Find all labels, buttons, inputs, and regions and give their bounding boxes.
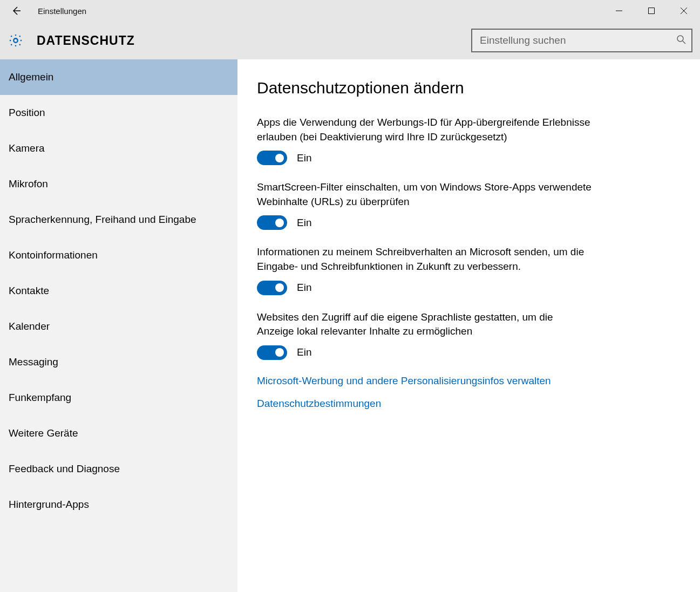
setting-block: Websites den Zugriff auf die eigene Spra…	[257, 310, 592, 360]
sidebar-item-label: Mikrofon	[9, 178, 48, 190]
sidebar-item[interactable]: Weitere Geräte	[0, 416, 237, 451]
sidebar-item-label: Kalender	[9, 321, 50, 332]
content-pane: Datenschutzoptionen ändern Apps die Verw…	[237, 59, 700, 592]
sidebar-item[interactable]: Kontakte	[0, 273, 237, 309]
search-box[interactable]	[471, 29, 692, 52]
close-button[interactable]	[668, 0, 700, 22]
toggle-switch[interactable]	[257, 215, 287, 230]
content-link[interactable]: Datenschutzbestimmungen	[257, 398, 681, 410]
sidebar: AllgemeinPositionKameraMikrofonSpracherk…	[0, 59, 237, 592]
search-icon	[676, 35, 686, 46]
content-title: Datenschutzoptionen ändern	[257, 79, 681, 97]
toggle-state-label: Ein	[297, 282, 311, 294]
setting-block: Apps die Verwendung der Werbungs-ID für …	[257, 115, 592, 165]
sidebar-item-label: Messaging	[9, 356, 58, 368]
minimize-button[interactable]	[603, 0, 635, 22]
sidebar-item[interactable]: Mikrofon	[0, 166, 237, 202]
content-link[interactable]: Microsoft-Werbung und andere Personalisi…	[257, 375, 681, 387]
toggle-row: Ein	[257, 151, 592, 165]
sidebar-item-label: Spracherkennung, Freihand und Eingabe	[9, 214, 196, 226]
sidebar-item-label: Allgemein	[9, 71, 53, 83]
sidebar-item-label: Hintergrund-Apps	[9, 499, 89, 511]
maximize-icon	[648, 8, 655, 14]
toggle-row: Ein	[257, 215, 592, 230]
setting-description: Apps die Verwendung der Werbungs-ID für …	[257, 115, 592, 144]
window-controls	[603, 0, 700, 22]
setting-description: Websites den Zugriff auf die eigene Spra…	[257, 310, 592, 339]
titlebar: Einstellungen	[0, 0, 700, 22]
svg-point-4	[13, 38, 17, 42]
maximize-button[interactable]	[635, 0, 668, 22]
sidebar-item[interactable]: Messaging	[0, 344, 237, 380]
toggle-state-label: Ein	[297, 346, 311, 358]
back-button[interactable]	[4, 0, 28, 22]
sidebar-item-label: Kontoinformationen	[9, 249, 98, 261]
svg-rect-1	[649, 8, 655, 14]
window-title: Einstellungen	[38, 6, 86, 16]
search-input[interactable]	[480, 35, 676, 46]
sidebar-item[interactable]: Position	[0, 95, 237, 131]
settings-gear-icon	[8, 32, 24, 49]
back-arrow-icon	[11, 5, 22, 16]
page-heading: DATENSCHUTZ	[37, 33, 135, 48]
close-icon	[681, 8, 687, 14]
toggle-row: Ein	[257, 345, 592, 360]
sidebar-item-label: Kamera	[9, 142, 45, 154]
sidebar-item[interactable]: Kamera	[0, 131, 237, 166]
toggle-switch[interactable]	[257, 151, 287, 165]
sidebar-item-label: Feedback und Diagnose	[9, 463, 120, 475]
svg-point-5	[677, 36, 683, 42]
sidebar-item-label: Kontakte	[9, 285, 49, 297]
sidebar-item[interactable]: Kontoinformationen	[0, 237, 237, 273]
sidebar-item[interactable]: Allgemein	[0, 59, 237, 95]
sidebar-item[interactable]: Funkempfang	[0, 380, 237, 416]
sidebar-item[interactable]: Kalender	[0, 309, 237, 344]
svg-line-6	[683, 41, 685, 44]
sidebar-item-label: Position	[9, 107, 45, 119]
setting-description: SmartScreen-Filter einschalten, um von W…	[257, 180, 592, 209]
sidebar-item-label: Weitere Geräte	[9, 427, 78, 439]
toggle-row: Ein	[257, 281, 592, 295]
header: DATENSCHUTZ	[0, 22, 700, 59]
toggle-switch[interactable]	[257, 345, 287, 360]
toggle-state-label: Ein	[297, 217, 311, 229]
sidebar-item[interactable]: Feedback und Diagnose	[0, 451, 237, 487]
toggle-switch[interactable]	[257, 281, 287, 295]
setting-description: Informationen zu meinem Schreibverhalten…	[257, 245, 592, 274]
minimize-icon	[616, 8, 622, 14]
sidebar-item[interactable]: Hintergrund-Apps	[0, 487, 237, 522]
setting-block: Informationen zu meinem Schreibverhalten…	[257, 245, 592, 295]
sidebar-item-label: Funkempfang	[9, 392, 71, 404]
toggle-state-label: Ein	[297, 152, 311, 164]
setting-block: SmartScreen-Filter einschalten, um von W…	[257, 180, 592, 230]
sidebar-item[interactable]: Spracherkennung, Freihand und Eingabe	[0, 202, 237, 237]
